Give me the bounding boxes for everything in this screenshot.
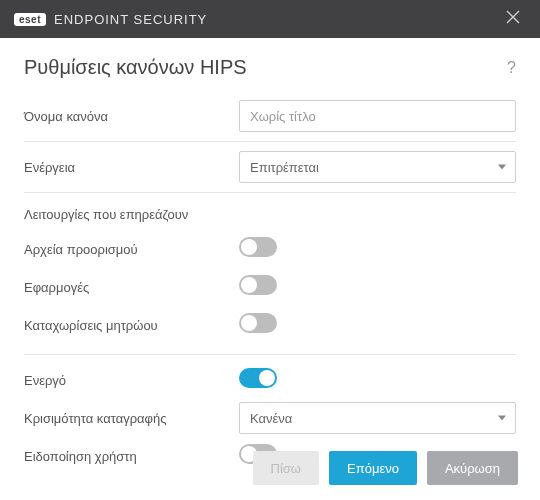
target-files-toggle[interactable] xyxy=(239,237,277,257)
applications-toggle[interactable] xyxy=(239,275,277,295)
cancel-button[interactable]: Ακύρωση xyxy=(427,451,518,485)
rule-name-input[interactable] xyxy=(239,100,516,132)
severity-select[interactable]: Κανένα xyxy=(239,402,516,434)
footer: Πίσω Επόμενο Ακύρωση xyxy=(0,436,540,500)
enabled-label: Ενεργό xyxy=(24,373,239,388)
close-icon[interactable] xyxy=(500,6,526,32)
rule-name-label: Όνομα κανόνα xyxy=(24,109,239,124)
back-button: Πίσω xyxy=(253,451,319,485)
registry-toggle[interactable] xyxy=(239,313,277,333)
divider xyxy=(24,354,516,355)
action-select[interactable]: Επιτρέπεται xyxy=(239,151,516,183)
brand-text: ENDPOINT SECURITY xyxy=(54,12,207,27)
help-icon[interactable]: ? xyxy=(507,59,516,77)
brand-badge: eset xyxy=(14,13,46,26)
target-files-label: Αρχεία προορισμού xyxy=(24,242,239,257)
severity-label: Κρισιμότητα καταγραφής xyxy=(24,411,239,426)
content-area: Ρυθμίσεις κανόνων HIPS ? Όνομα κανόνα Εν… xyxy=(0,38,540,475)
affect-section-title: Λειτουργίες που επηρεάζουν xyxy=(24,207,516,222)
divider xyxy=(24,141,516,142)
enabled-toggle[interactable] xyxy=(239,368,277,388)
action-label: Ενέργεια xyxy=(24,160,239,175)
divider xyxy=(24,192,516,193)
registry-label: Καταχωρίσεις μητρώου xyxy=(24,318,239,333)
next-button[interactable]: Επόμενο xyxy=(329,451,417,485)
titlebar: eset ENDPOINT SECURITY xyxy=(0,0,540,38)
applications-label: Εφαρμογές xyxy=(24,280,239,295)
page-title: Ρυθμίσεις κανόνων HIPS xyxy=(24,56,247,79)
